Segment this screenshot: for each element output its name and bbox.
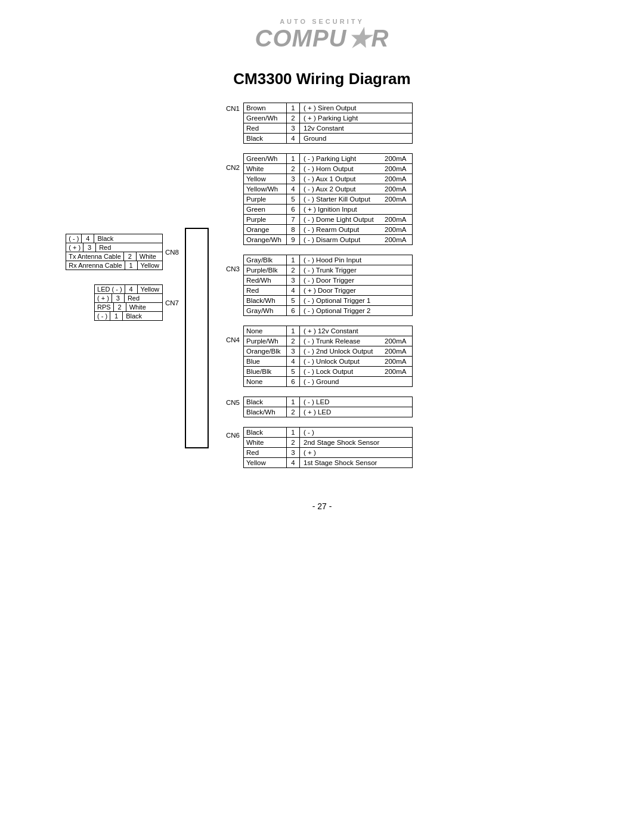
page: AUTO SECURITY COMPU ★ R CM3300 Wiring Di… <box>0 0 644 833</box>
cn4-amp-4: 200mA <box>383 357 412 366</box>
device-box-col <box>179 103 209 478</box>
cn8-label: CN8 <box>163 249 179 256</box>
cn6-amp-2 <box>383 441 412 444</box>
cn1-row-3: Red 3 12v Constant <box>244 123 412 134</box>
cn8-wire-3: Red <box>96 243 114 252</box>
cn2-wire-3: Yellow <box>244 174 287 184</box>
cn3-amp-5 <box>383 299 412 302</box>
cn8-num-3: 3 <box>83 243 96 252</box>
cn4-desc-5: ( - ) Lock Output <box>300 367 383 376</box>
cn2-wire-1: Green/Wh <box>244 154 287 163</box>
cn4-wire-1: None <box>244 326 287 336</box>
cn8-wire-1: Yellow <box>138 261 162 270</box>
cn3-desc-6: ( - ) Optional Trigger 2 <box>300 306 383 315</box>
cn3-label: CN3 <box>221 255 243 272</box>
left-column: ( - ) 4 Black ( + ) 3 Red Tx Antenna Cab… <box>54 103 179 478</box>
cn2-num-3: 3 <box>287 174 300 184</box>
cn2-wire-9: Orange/Wh <box>244 235 287 244</box>
cn6-wire-3: Red <box>244 448 287 457</box>
cn4-row-2: Purple/Wh 2 ( - ) Trunk Release 200mA <box>244 336 412 346</box>
cn5-desc-1: ( - ) LED <box>300 397 383 407</box>
cn3-desc-1: ( - ) Hood Pin Input <box>300 255 383 265</box>
compu-text: COMPU <box>255 25 347 52</box>
cn7-label: CN7 <box>163 299 179 306</box>
cn2-desc-7: ( - ) Dome Light Output <box>300 215 383 224</box>
cn6-wire-1: Black <box>244 428 287 437</box>
cn8-block: ( - ) 4 Black ( + ) 3 Red Tx Antenna Cab… <box>66 234 179 270</box>
cn6-row-3: Red 3 ( + ) <box>244 448 412 458</box>
cn2-label: CN2 <box>221 153 243 171</box>
cn7-block: LED ( - ) 4 Yellow ( + ) 3 Red RPS 2 Whi… <box>94 284 179 321</box>
cn5-label: CN5 <box>221 397 243 406</box>
cn1-block: CN1 Brown 1 ( + ) Siren Output Green/Wh … <box>221 103 590 144</box>
cn7-num-3: 3 <box>112 294 125 302</box>
cn5-desc-2: ( + ) LED <box>300 407 383 417</box>
cn1-desc-1: ( + ) Siren Output <box>300 103 383 113</box>
cn4-wire-6: None <box>244 377 287 386</box>
cn8-label-3: ( + ) <box>66 243 83 252</box>
cn7-wire-3: Red <box>125 294 143 302</box>
cn4-num-3: 3 <box>287 346 300 356</box>
cn2-desc-2: ( - ) Horn Output <box>300 164 383 174</box>
cn7-wire-2: White <box>126 303 149 311</box>
cn2-amp-9: 200mA <box>383 235 412 244</box>
cn5-wire-1: Black <box>244 397 287 407</box>
cn2-amp-4: 200mA <box>383 184 412 194</box>
cn2-wire-8: Orange <box>244 225 287 234</box>
cn1-num-4: 4 <box>287 134 300 143</box>
cn3-wire-3: Red/Wh <box>244 275 287 285</box>
cn8-num-2: 2 <box>123 252 137 261</box>
cn4-block: CN4 None 1 ( + ) 12v Constant Purple/Wh … <box>221 326 590 387</box>
cn4-desc-1: ( + ) 12v Constant <box>300 326 383 336</box>
star-text: R <box>371 25 389 52</box>
cn1-label: CN1 <box>221 103 243 112</box>
cn2-desc-8: ( - ) Rearm Output <box>300 225 383 234</box>
device-box <box>185 228 209 448</box>
cn6-num-4: 4 <box>287 458 300 467</box>
cn1-desc-2: ( + ) Parking Light <box>300 113 383 123</box>
cn6-block: CN6 Black 1 ( - ) White 2 2nd Stage Shoc… <box>221 427 590 468</box>
cn2-row-1: Green/Wh 1 ( - ) Parking Light 200mA <box>244 154 412 164</box>
cn2-row-2: White 2 ( - ) Horn Output 200mA <box>244 164 412 174</box>
cn6-desc-3: ( + ) <box>300 448 383 457</box>
logo-area: AUTO SECURITY COMPU ★ R <box>255 18 389 53</box>
cn6-amp-4 <box>383 462 412 464</box>
cn2-desc-9: ( - ) Disarm Output <box>300 235 383 244</box>
cn3-wire-2: Purple/Blk <box>244 265 287 275</box>
cn5-wire-2: Black/Wh <box>244 407 287 417</box>
cn2-row-3: Yellow 3 ( - ) Aux 1 Output 200mA <box>244 174 412 184</box>
cn6-label: CN6 <box>221 427 243 439</box>
cn2-desc-6: ( + ) Ignition Input <box>300 205 383 214</box>
cn8-wire-2: White <box>137 252 159 261</box>
cn6-num-3: 3 <box>287 448 300 457</box>
cn4-num-2: 2 <box>287 336 300 346</box>
cn7-num-4: 4 <box>125 285 138 293</box>
cn2-amp-3: 200mA <box>383 174 412 184</box>
cn3-amp-2 <box>383 269 412 271</box>
cn3-num-6: 6 <box>287 306 300 315</box>
cn2-amp-2: 200mA <box>383 164 412 174</box>
cn3-desc-3: ( - ) Door Trigger <box>300 275 383 285</box>
star-icon: ★ <box>348 24 371 53</box>
cn3-num-2: 2 <box>287 265 300 275</box>
cn3-wire-4: Red <box>244 286 287 295</box>
cn1-amp-2 <box>383 117 412 119</box>
cn6-num-2: 2 <box>287 438 300 447</box>
cn8-wire-4: Black <box>94 234 116 243</box>
cn2-row-5: Purple 5 ( - ) Starter Kill Output 200mA <box>244 194 412 205</box>
cn3-num-3: 3 <box>287 275 300 285</box>
cn1-table: Brown 1 ( + ) Siren Output Green/Wh 2 ( … <box>243 103 413 144</box>
cn2-wire-2: White <box>244 164 287 174</box>
cn2-amp-7: 200mA <box>383 215 412 224</box>
cn4-row-1: None 1 ( + ) 12v Constant <box>244 326 412 336</box>
cn8-label-2: Tx Antenna Cable <box>66 252 123 261</box>
cn4-table: None 1 ( + ) 12v Constant Purple/Wh 2 ( … <box>243 326 413 387</box>
cn8-table: ( - ) 4 Black ( + ) 3 Red Tx Antenna Cab… <box>66 234 163 270</box>
cn3-amp-6 <box>383 309 412 312</box>
cn1-wire-1: Brown <box>244 103 287 113</box>
cn7-row-4: LED ( - ) 4 Yellow <box>95 285 162 294</box>
cn7-num-1: 1 <box>110 312 123 320</box>
cn3-desc-5: ( - ) Optional Trigger 1 <box>300 296 383 305</box>
cn2-desc-5: ( - ) Starter Kill Output <box>300 194 383 204</box>
cn1-wire-3: Red <box>244 123 287 133</box>
